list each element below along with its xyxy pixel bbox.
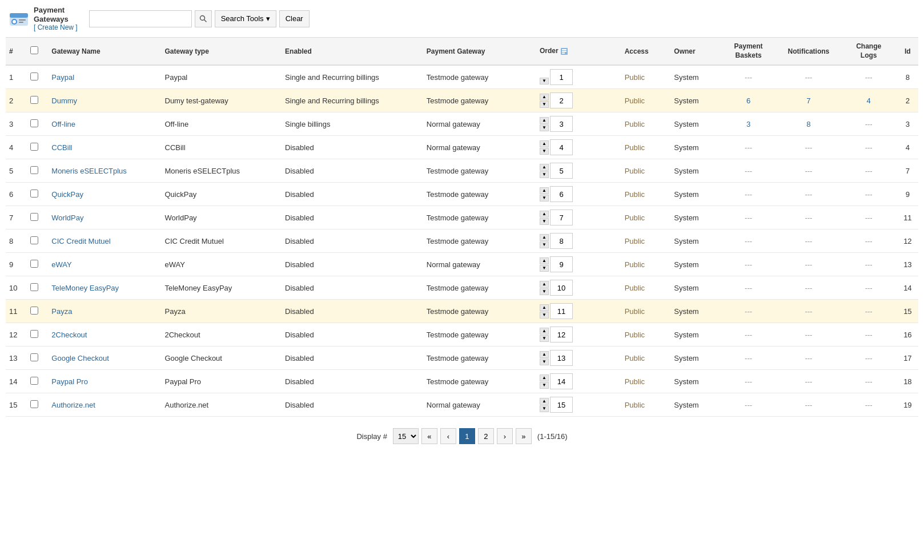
row-checkbox[interactable]	[30, 119, 38, 127]
order-up-btn[interactable]: ▲	[540, 398, 549, 405]
change-logs-link[interactable]: 4	[867, 96, 871, 105]
order-down-btn[interactable]: ▼	[540, 288, 549, 295]
notifications-link[interactable]: 8	[806, 120, 810, 128]
select-all-checkbox[interactable]	[30, 46, 38, 54]
order-input[interactable]	[550, 116, 573, 132]
gateway-name-link[interactable]: CIC Credit Mutuel	[51, 237, 110, 245]
order-up-btn[interactable]: ▲	[540, 211, 549, 217]
order-up-btn[interactable]: ▲	[540, 140, 549, 147]
gateway-name-link[interactable]: WorldPay	[51, 213, 83, 222]
order-down-btn[interactable]: ▼	[540, 101, 549, 108]
order-input[interactable]	[550, 256, 573, 272]
row-checkbox[interactable]	[30, 143, 38, 151]
row-checkbox[interactable]	[30, 353, 38, 361]
gateway-name-link[interactable]: Authorize.net	[51, 401, 95, 409]
row-checkbox-cell[interactable]	[27, 253, 48, 276]
gateway-name-link[interactable]: Moneris eSELECTplus	[51, 167, 127, 175]
order-down-btn[interactable]: ▼	[540, 148, 549, 155]
gateway-name-link[interactable]: TeleMoney EasyPay	[51, 284, 119, 292]
order-input[interactable]	[550, 327, 573, 343]
order-down-btn[interactable]: ▼	[540, 382, 549, 389]
order-down-btn[interactable]: ▼	[540, 171, 549, 178]
row-checkbox[interactable]	[30, 190, 38, 198]
order-input[interactable]	[550, 350, 573, 366]
row-checkbox[interactable]	[30, 72, 38, 80]
page-2-button[interactable]: 2	[478, 428, 494, 444]
page-1-button[interactable]: 1	[459, 428, 475, 444]
order-down-btn[interactable]: ▼	[540, 335, 549, 342]
order-down-btn[interactable]: ▼	[540, 218, 549, 225]
order-input[interactable]	[550, 373, 573, 389]
search-tools-button[interactable]: Search Tools ▾	[215, 10, 276, 27]
baskets-link[interactable]: 6	[746, 96, 750, 105]
search-input[interactable]	[89, 10, 192, 27]
gateway-name-link[interactable]: Payza	[51, 307, 72, 316]
order-down-btn[interactable]: ▼	[540, 124, 549, 131]
gateway-name-link[interactable]: Paypal	[51, 73, 74, 82]
row-checkbox-cell[interactable]	[27, 229, 48, 253]
row-checkbox-cell[interactable]	[27, 323, 48, 347]
row-checkbox[interactable]	[30, 377, 38, 385]
order-up-btn[interactable]: ▲	[540, 234, 549, 241]
order-input[interactable]	[550, 397, 573, 413]
order-input[interactable]	[550, 233, 573, 249]
order-down-btn[interactable]: ▼	[540, 405, 549, 412]
order-down-btn[interactable]: ▼	[540, 195, 549, 202]
order-input[interactable]	[550, 92, 573, 108]
gateway-name-link[interactable]: eWAY	[51, 260, 71, 269]
row-checkbox[interactable]	[30, 236, 38, 244]
order-up-btn[interactable]: ▲	[540, 94, 549, 100]
row-checkbox-cell[interactable]	[27, 65, 48, 89]
order-down-btn[interactable]: ▼	[540, 265, 549, 272]
row-checkbox[interactable]	[30, 166, 38, 174]
row-checkbox[interactable]	[30, 330, 38, 338]
clear-button[interactable]: Clear	[279, 10, 310, 27]
row-checkbox[interactable]	[30, 213, 38, 221]
order-up-btn[interactable]: ▲	[540, 304, 549, 311]
row-checkbox-cell[interactable]	[27, 112, 48, 136]
gateway-name-link[interactable]: Dummy	[51, 96, 77, 105]
row-checkbox-cell[interactable]	[27, 370, 48, 393]
row-checkbox[interactable]	[30, 283, 38, 291]
notifications-link[interactable]: 7	[806, 96, 810, 105]
order-up-btn[interactable]: ▲	[540, 257, 549, 264]
create-new-link[interactable]: [ Create New ]	[34, 23, 78, 31]
order-input[interactable]	[550, 303, 573, 319]
order-up-btn[interactable]: ▲	[540, 351, 549, 358]
order-input[interactable]	[550, 163, 573, 179]
row-checkbox-cell[interactable]	[27, 89, 48, 112]
row-checkbox-cell[interactable]	[27, 159, 48, 183]
save-order-icon[interactable]	[560, 47, 568, 55]
gateway-name-link[interactable]: QuickPay	[51, 190, 83, 199]
order-input[interactable]	[550, 280, 573, 296]
order-up-btn[interactable]: ▲	[540, 164, 549, 171]
gateway-name-link[interactable]: Paypal Pro	[51, 377, 88, 386]
first-page-button[interactable]: «	[421, 428, 437, 444]
gateway-name-link[interactable]: Google Checkout	[51, 354, 109, 362]
row-checkbox-cell[interactable]	[27, 206, 48, 229]
order-input[interactable]	[550, 139, 573, 155]
row-checkbox[interactable]	[30, 260, 38, 268]
baskets-link[interactable]: 3	[746, 120, 750, 128]
order-input[interactable]	[550, 210, 573, 225]
row-checkbox-cell[interactable]	[27, 347, 48, 370]
order-input[interactable]	[550, 69, 573, 85]
prev-page-button[interactable]: ‹	[440, 428, 456, 444]
order-down-btn[interactable]: ▼	[540, 358, 549, 365]
order-up-btn[interactable]: ▲	[540, 374, 549, 381]
row-checkbox-cell[interactable]	[27, 183, 48, 206]
gateway-name-link[interactable]: Off-line	[51, 120, 75, 128]
row-checkbox[interactable]	[30, 400, 38, 408]
row-checkbox-cell[interactable]	[27, 393, 48, 417]
row-checkbox-cell[interactable]	[27, 300, 48, 323]
order-up-btn[interactable]: ▲	[540, 117, 549, 124]
order-down-btn[interactable]: ▼	[540, 241, 549, 248]
order-input[interactable]	[550, 186, 573, 202]
gateway-name-link[interactable]: CCBill	[51, 143, 72, 152]
order-up-btn[interactable]: ▲	[540, 328, 549, 335]
row-checkbox[interactable]	[30, 307, 38, 315]
gateway-name-link[interactable]: 2Checkout	[51, 331, 87, 339]
order-down-btn[interactable]: ▼	[540, 78, 549, 84]
search-button[interactable]	[195, 10, 212, 27]
last-page-button[interactable]: »	[516, 428, 532, 444]
